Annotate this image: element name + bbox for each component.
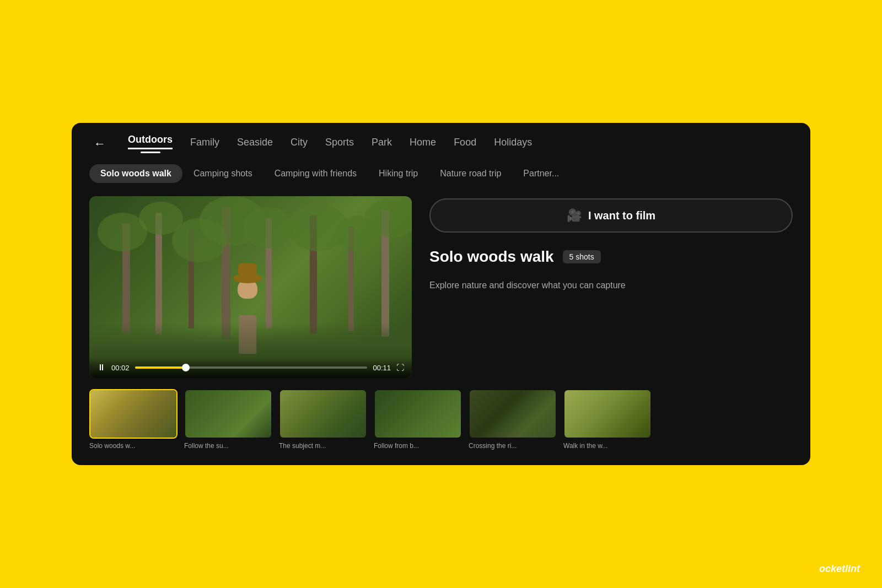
nav-active-indicator <box>141 152 160 153</box>
sub-nav-solo-woods-walk[interactable]: Solo woods walk <box>89 164 182 183</box>
progress-fill <box>135 366 186 369</box>
total-time: 00:11 <box>373 364 391 372</box>
nav-item-seaside[interactable]: Seaside <box>237 137 273 150</box>
sub-nav-partner[interactable]: Partner... <box>512 164 570 183</box>
video-scene <box>89 196 412 378</box>
video-controls: ⏸ 00:02 00:11 ⛶ <box>89 357 412 378</box>
thumb-scene-6 <box>564 390 650 438</box>
fullscreen-button[interactable]: ⛶ <box>396 363 404 372</box>
thumb-img-3[interactable] <box>279 389 367 439</box>
thumb-img-4[interactable] <box>374 389 462 439</box>
thumb-label-6: Walk in the w... <box>563 442 652 450</box>
nav-item-city[interactable]: City <box>291 137 308 150</box>
person-body <box>239 315 256 354</box>
camera-icon: 🎥 <box>567 208 582 223</box>
thumb-scene-4 <box>375 390 461 438</box>
sub-nav-hiking-trip[interactable]: Hiking trip <box>368 164 429 183</box>
person-figure <box>231 279 264 345</box>
pocketlint-watermark: P ocketlint <box>811 563 860 575</box>
thumb-label-2: Follow the su... <box>184 442 272 450</box>
thumbnail-1[interactable]: Solo woods w... <box>89 389 178 450</box>
thumb-scene-2 <box>185 390 271 438</box>
nav-items: Outdoors Family Seaside City Sports Park… <box>128 134 793 153</box>
video-player: ⏸ 00:02 00:11 ⛶ <box>89 196 412 378</box>
nav-item-family[interactable]: Family <box>190 137 219 150</box>
sub-nav: Solo woods walk Camping shots Camping wi… <box>72 153 810 183</box>
thumb-img-6[interactable] <box>563 389 652 439</box>
thumb-scene-3 <box>280 390 366 438</box>
sub-nav-camping-with-friends[interactable]: Camping with friends <box>263 164 368 183</box>
watermark-p: P <box>811 563 818 575</box>
film-button[interactable]: 🎥 I want to film <box>429 198 793 233</box>
nav-item-home[interactable]: Home <box>410 137 436 150</box>
thumb-label-1: Solo woods w... <box>89 442 178 450</box>
thumb-img-5[interactable] <box>469 389 557 439</box>
nav-item-holidays[interactable]: Holidays <box>494 137 532 150</box>
thumbnail-2[interactable]: Follow the su... <box>184 389 272 450</box>
app-container: ← Outdoors Family Seaside City Sports Pa… <box>72 123 810 465</box>
thumb-label-3: The subject m... <box>279 442 367 450</box>
nav-item-park[interactable]: Park <box>372 137 392 150</box>
thumbnails-row: Solo woods w... Follow the su... The sub… <box>72 389 810 465</box>
nav-item-sports[interactable]: Sports <box>325 137 354 150</box>
sub-nav-nature-road-trip[interactable]: Nature road trip <box>429 164 512 183</box>
thumbnail-5[interactable]: Crossing the ri... <box>469 389 557 450</box>
thumbnail-6[interactable]: Walk in the w... <box>563 389 652 450</box>
thumb-label-4: Follow from b... <box>374 442 462 450</box>
video-title: Solo woods walk <box>429 248 554 266</box>
main-content: ⏸ 00:02 00:11 ⛶ 🎥 I want to film Solo wo… <box>72 183 810 389</box>
watermark-rest: ocketlint <box>819 563 860 575</box>
thumb-img-1[interactable] <box>89 389 178 439</box>
video-title-row: Solo woods walk 5 shots <box>429 248 793 266</box>
thumb-scene-1 <box>90 390 176 438</box>
top-nav: ← Outdoors Family Seaside City Sports Pa… <box>72 123 810 153</box>
film-button-label: I want to film <box>588 209 655 222</box>
right-panel: 🎥 I want to film Solo woods walk 5 shots… <box>429 196 793 378</box>
thumbnail-3[interactable]: The subject m... <box>279 389 367 450</box>
thumbnail-4[interactable]: Follow from b... <box>374 389 462 450</box>
nav-item-outdoors[interactable]: Outdoors <box>128 134 173 153</box>
video-description: Explore nature and discover what you can… <box>429 279 793 292</box>
thumb-img-2[interactable] <box>184 389 272 439</box>
sub-nav-camping-shots[interactable]: Camping shots <box>182 164 263 183</box>
progress-bar[interactable] <box>135 366 368 369</box>
thumb-label-5: Crossing the ri... <box>469 442 557 450</box>
foliage-8 <box>365 199 412 238</box>
progress-thumb[interactable] <box>182 364 190 371</box>
nav-item-food[interactable]: Food <box>454 137 476 150</box>
nav-label-outdoors: Outdoors <box>128 134 173 149</box>
shots-badge: 5 shots <box>563 250 601 263</box>
pause-button[interactable]: ⏸ <box>97 363 106 373</box>
foliage-5 <box>244 207 293 249</box>
back-button[interactable]: ← <box>89 134 110 153</box>
person-hat-top <box>238 263 257 276</box>
thumb-scene-5 <box>470 390 556 438</box>
person-head <box>238 279 257 299</box>
current-time: 00:02 <box>111 364 130 372</box>
